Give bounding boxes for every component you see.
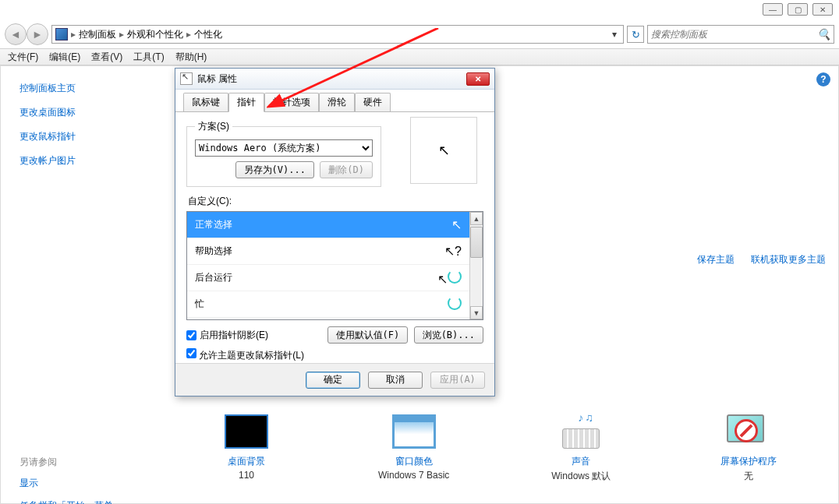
address-bar[interactable]: ▸ 控制面板 ▸ 外观和个性化 ▸ 个性化 ▾ [51,25,624,44]
use-default-button[interactable]: 使用默认值(F) [327,326,409,344]
window-color-icon [392,414,436,449]
cursor-item-label: 忙 [195,298,204,311]
dialog-close-button[interactable]: ✕ [466,72,490,86]
card-sound[interactable]: 声音 Windows 默认 [522,414,639,492]
cursor-item-help-select[interactable]: 帮助选择 ↖? [187,238,469,265]
enable-shadow-input[interactable] [186,330,196,340]
menu-edit[interactable]: 编辑(E) [49,51,80,64]
breadcrumb-sep-icon: ▸ [71,29,76,40]
card-subtitle: 无 [744,470,753,483]
refresh-button[interactable]: ↻ [627,26,644,43]
scroll-up-icon[interactable]: ▲ [470,212,483,225]
sound-icon [559,414,603,449]
help-icon[interactable]: ? [816,72,830,86]
mouse-icon [180,72,193,85]
sidebar-link-account-picture[interactable]: 更改帐户图片 [19,154,146,167]
desktop-background-icon [225,414,268,449]
search-input[interactable] [651,29,817,40]
see-also-display[interactable]: 显示 [19,477,146,490]
scheme-label: 方案(S) [195,120,232,133]
card-subtitle: Windows 7 Basic [378,470,449,481]
cursor-preview: ↖ [410,117,477,184]
mouse-properties-dialog: 鼠标 属性 ✕ 鼠标键 指针 指针选项 滑轮 硬件 方案(S) Windows … [175,68,495,397]
card-title: 屏幕保护程序 [720,455,777,468]
nav-back-button[interactable]: ◄ [5,23,27,45]
sidebar-link-desktop-icons[interactable]: 更改桌面图标 [19,106,146,119]
card-screensaver[interactable]: 屏幕保护程序 无 [690,414,807,492]
menu-tools[interactable]: 工具(T) [133,51,164,64]
cursor-item-busy[interactable]: 忙 [187,291,469,318]
tab-pointers[interactable]: 指针 [228,93,264,112]
delete-button: 删除(D) [320,161,373,178]
enable-shadow-checkbox[interactable]: 启用指针阴影(E) [186,329,268,342]
breadcrumb-item[interactable]: 控制面板 [79,28,116,41]
menu-view[interactable]: 查看(V) [91,51,122,64]
see-also-taskbar[interactable]: 任务栏和「开始」菜单 [19,499,146,504]
card-subtitle: Windows 默认 [551,470,611,483]
apply-button: 应用(A) [430,372,485,389]
cancel-button[interactable]: 取消 [368,372,423,389]
card-subtitle: 110 [239,470,254,481]
cursor-item-normal-select[interactable]: 正常选择 ↖ [187,212,469,238]
cursor-item-label: 帮助选择 [195,245,232,258]
card-desktop-background[interactable]: 桌面背景 110 [188,414,305,492]
scroll-thumb[interactable] [470,227,483,258]
cursor-item-working-background[interactable]: 后台运行 ↖ [187,265,469,291]
see-also-heading: 另请参阅 [19,456,146,469]
window-close-button[interactable]: ✕ [812,3,833,16]
cursor-icon: ↖ [451,217,462,232]
browse-button[interactable]: 浏览(B)... [414,326,483,344]
breadcrumb-item[interactable]: 个性化 [194,28,222,41]
cursor-icon: ↖? [444,244,462,259]
cursor-item-label: 后台运行 [195,271,232,284]
card-title: 桌面背景 [228,455,265,468]
breadcrumb-item[interactable]: 外观和个性化 [127,28,183,41]
tab-hardware[interactable]: 硬件 [355,93,391,111]
dialog-title: 鼠标 属性 [197,72,237,86]
window-maximize-button[interactable]: ▢ [788,3,808,16]
search-box[interactable]: 🔍 [647,25,834,44]
address-dropdown-icon[interactable]: ▾ [609,29,620,40]
tab-wheel[interactable]: 滑轮 [319,93,355,111]
tab-buttons[interactable]: 鼠标键 [183,93,228,111]
card-window-color[interactable]: 窗口颜色 Windows 7 Basic [356,414,473,492]
menu-help[interactable]: 帮助(H) [175,51,207,64]
screensaver-icon [727,414,770,449]
cursor-icon [448,296,462,313]
cursor-icon: ↖ [437,270,462,287]
breadcrumb-sep-icon: ▸ [119,29,124,40]
sidebar: 控制面板主页 更改桌面图标 更改鼠标指针 更改帐户图片 另请参阅 显示 任务栏和… [1,66,165,503]
ok-button[interactable]: 确定 [306,372,360,389]
control-panel-icon [55,28,68,41]
allow-theme-input[interactable] [186,348,196,358]
customize-label: 自定义(C): [188,195,483,208]
allow-theme-checkbox[interactable]: 允许主题更改鼠标指针(L) [186,350,304,361]
sidebar-link-mouse-pointers[interactable]: 更改鼠标指针 [19,130,146,143]
scrollbar[interactable]: ▲ ▼ [469,212,483,319]
card-title: 窗口颜色 [395,455,433,468]
menu-file[interactable]: 文件(F) [8,51,38,64]
save-as-button[interactable]: 另存为(V)... [235,161,314,178]
window-minimize-button[interactable]: — [763,3,783,16]
breadcrumb-sep-icon: ▸ [186,29,191,40]
card-title: 声音 [572,455,590,468]
search-icon[interactable]: 🔍 [817,28,830,41]
scroll-down-icon[interactable]: ▼ [470,306,483,319]
nav-forward-button[interactable]: ► [27,23,48,45]
sidebar-link-home[interactable]: 控制面板主页 [19,82,146,95]
menubar: 文件(F) 编辑(E) 查看(V) 工具(T) 帮助(H) [0,48,839,65]
cursor-list: 正常选择 ↖ 帮助选择 ↖? 后台运行 ↖ 忙 ▲ [186,211,483,320]
cursor-item-label: 正常选择 [195,218,232,231]
save-theme-link[interactable]: 保存主题 [697,254,735,265]
tab-pointer-options[interactable]: 指针选项 [264,93,319,111]
scheme-select[interactable]: Windows Aero (系统方案) [195,139,373,157]
get-more-themes-link[interactable]: 联机获取更多主题 [751,254,826,265]
